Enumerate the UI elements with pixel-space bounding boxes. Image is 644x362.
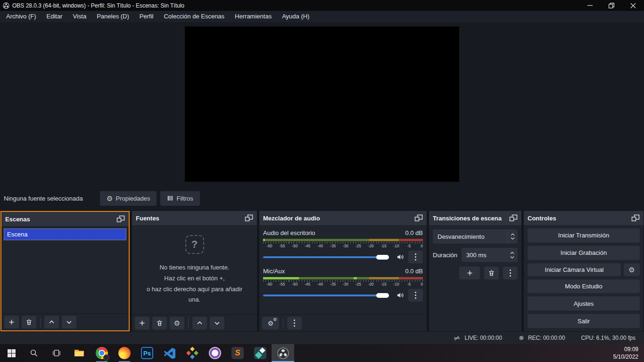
file-explorer-button[interactable] — [68, 344, 91, 362]
menu-item[interactable]: Vista — [68, 11, 92, 22]
move-scene-down-button[interactable] — [62, 316, 76, 328]
source-action-bar: Ninguna fuente seleccionada ⚙ Propiedade… — [0, 191, 644, 206]
menu-item[interactable]: Colección de Escenas — [158, 11, 230, 22]
firefox-icon — [118, 347, 131, 359]
slider-handle[interactable] — [376, 255, 389, 260]
volume-meter — [263, 277, 423, 279]
file-explorer-icon — [74, 347, 85, 359]
volume-slider[interactable] — [263, 290, 392, 301]
menu-item[interactable]: Archivo (F) — [1, 11, 41, 22]
remove-transition-button[interactable] — [484, 267, 499, 279]
slider-handle[interactable] — [376, 293, 389, 298]
plus-icon — [139, 320, 146, 327]
filters-label: Filtros — [176, 195, 193, 202]
chrome-button[interactable] — [91, 344, 113, 362]
mixer-options-button[interactable] — [287, 317, 302, 329]
speaker-icon[interactable] — [396, 253, 404, 261]
studio-mode-button[interactable]: Modo Estudio — [528, 279, 640, 294]
task-view-button[interactable] — [45, 344, 68, 362]
insomnia-button[interactable] — [204, 344, 226, 362]
photoshop-button[interactable]: Ps — [136, 344, 158, 362]
gear-icon: ⚙ — [107, 195, 113, 202]
menu-bar: Archivo (F)EditarVistaPaneles (D)PerfilC… — [0, 11, 644, 22]
gear-icon: ⚙ — [628, 266, 635, 273]
duration-input[interactable]: 300 ms — [462, 248, 518, 262]
speaker-icon[interactable] — [396, 291, 404, 299]
menu-item[interactable]: Paneles (D) — [91, 11, 134, 22]
minimize-button[interactable] — [579, 0, 601, 11]
mixer-toolbar: ⚙⚙ — [259, 314, 427, 331]
properties-button[interactable]: ⚙ Propiedades — [100, 191, 157, 206]
vscode-button[interactable] — [158, 344, 181, 362]
insomnia-icon — [209, 347, 221, 359]
menu-item[interactable]: Editar — [41, 11, 68, 22]
empty-state-text: Haz clic en el botón +, — [164, 274, 224, 283]
search-icon — [30, 349, 38, 357]
popout-icon[interactable] — [631, 214, 640, 222]
sublime-button[interactable]: S — [226, 344, 249, 362]
menu-item[interactable]: Perfil — [134, 11, 159, 22]
spin-up-icon[interactable] — [510, 252, 514, 254]
drawio-button[interactable] — [181, 344, 204, 362]
rec-time: REC: 00:00:00 — [528, 335, 565, 341]
obs-taskbar-button[interactable] — [272, 344, 294, 362]
task-view-icon — [52, 349, 61, 357]
plus-icon — [466, 269, 473, 277]
stream-inactive-icon — [453, 335, 461, 342]
start-virtual-camera-button[interactable]: Iniciar Cámara Virtual — [528, 263, 621, 276]
add-transition-button[interactable] — [459, 267, 480, 279]
remove-source-button[interactable] — [152, 317, 167, 329]
combo-spinner-icon[interactable] — [507, 229, 518, 244]
add-scene-button[interactable] — [4, 316, 19, 328]
popout-icon[interactable] — [245, 214, 253, 222]
move-source-up-button[interactable] — [192, 317, 207, 329]
main-area: Ninguna fuente seleccionada ⚙ Propiedade… — [0, 22, 644, 344]
source-properties-button[interactable]: ⚙ — [170, 317, 184, 329]
channel-options-button[interactable] — [408, 251, 423, 263]
move-scene-up-button[interactable] — [44, 316, 59, 328]
kebab-icon — [415, 292, 416, 299]
virtual-camera-settings-button[interactable]: ⚙ — [624, 263, 640, 276]
mixer-channel-mic-aux: Mic/Aux 0.0 dB -60-55-50-45-40-35-30-25-… — [263, 268, 423, 302]
menu-item[interactable]: Ayuda (H) — [277, 11, 314, 22]
trash-icon — [156, 320, 163, 327]
spin-down-icon[interactable] — [510, 256, 514, 259]
filter-icon — [167, 195, 173, 202]
move-source-down-button[interactable] — [210, 317, 224, 329]
start-recording-button[interactable]: Iniciar Grabación — [528, 246, 640, 260]
scenes-panel-title: Escenas — [5, 216, 114, 223]
cpu-fps-stats: CPU: 6.1%, 30.00 fps — [581, 335, 636, 341]
settings-button[interactable]: Ajustes — [528, 296, 640, 311]
popout-icon[interactable] — [414, 214, 423, 222]
scenes-panel: Escenas Escena — [0, 211, 130, 331]
meter-scale: -60-55-50-45-40-35-30-25-20-15-10-50 — [263, 244, 423, 248]
chrome-profile-badge — [103, 354, 109, 361]
transition-select[interactable]: Desvanecimiento — [433, 229, 518, 244]
transition-options-button[interactable] — [503, 267, 518, 279]
menu-item[interactable]: Herramientas — [230, 11, 277, 22]
chevron-up-icon — [196, 320, 203, 327]
scene-list-item[interactable]: Escena — [4, 228, 126, 240]
restore-button[interactable] — [601, 0, 622, 11]
trash-icon — [488, 269, 495, 277]
photoshop-icon: Ps — [141, 347, 153, 359]
filters-button[interactable]: Filtros — [160, 191, 199, 206]
channel-options-button[interactable] — [408, 289, 423, 302]
add-source-button[interactable] — [135, 317, 149, 329]
start-button[interactable] — [0, 344, 23, 362]
question-mark-icon: ? — [185, 235, 204, 254]
close-button[interactable] — [622, 0, 644, 11]
firefox-button[interactable] — [113, 344, 136, 362]
popout-icon[interactable] — [116, 215, 125, 223]
remove-scene-button[interactable] — [22, 316, 36, 328]
filmora-button[interactable] — [249, 344, 272, 362]
taskbar-clock[interactable]: 09:09 5/10/2022 — [613, 344, 644, 362]
exit-button[interactable]: Salir — [528, 314, 640, 328]
kebab-icon — [294, 320, 295, 327]
volume-slider[interactable] — [263, 252, 392, 263]
start-streaming-button[interactable]: Iniciar Transmisión — [528, 228, 640, 243]
taskbar-search-button[interactable] — [23, 344, 45, 362]
advanced-audio-button[interactable]: ⚙⚙ — [262, 317, 279, 329]
popout-icon[interactable] — [509, 214, 518, 222]
preview-canvas[interactable] — [185, 26, 459, 182]
